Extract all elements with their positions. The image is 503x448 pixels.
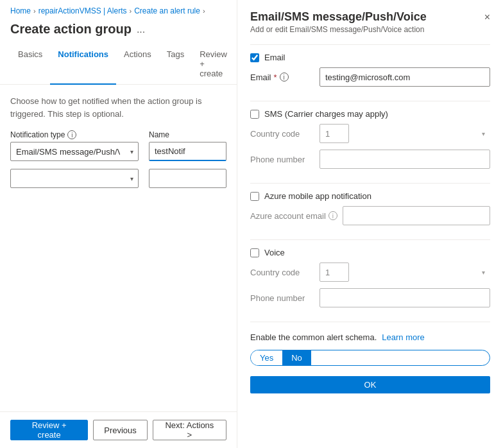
sms-country-code-label: Country code <box>250 129 314 139</box>
sms-country-code-select[interactable]: 1 <box>320 124 349 143</box>
voice-check-row: Voice <box>250 248 490 257</box>
sms-country-code-row: Country code 1 ▾ <box>250 124 490 143</box>
breadcrumb: Home › repairActionVMSS | Alerts › Creat… <box>0 0 237 19</box>
page-title: Create action group <box>10 22 132 37</box>
voice-country-code-select[interactable]: 1 <box>320 263 349 282</box>
panel-divider <box>250 44 490 45</box>
form-row-2: ▾ <box>10 169 226 188</box>
panel-title: Email/SMS message/Push/Voice <box>250 10 490 24</box>
review-create-button[interactable]: Review + create <box>10 420 88 440</box>
notification-type-label: Notification type i <box>10 130 139 139</box>
email-info-icon[interactable]: i <box>280 73 289 82</box>
breadcrumb-create-rule[interactable]: Create an alert rule <box>134 6 200 15</box>
form-row-1: Notification type i Email/SMS message/Pu… <box>10 130 226 161</box>
second-name-input-group <box>149 169 226 188</box>
tab-review-create[interactable]: Review + create <box>192 44 235 85</box>
notification-name-label: Name <box>149 130 226 139</box>
voice-phone-input[interactable] <box>320 288 490 307</box>
voice-phone-row: Phone number <box>250 288 490 307</box>
notification-type-select-wrapper: Email/SMS message/Push/Voice ▾ <box>10 142 139 161</box>
alert-schema-label: Enable the common alert schema. <box>250 332 377 342</box>
close-button[interactable]: × <box>482 9 493 26</box>
voice-phone-label: Phone number <box>250 293 314 303</box>
email-required-marker: * <box>274 73 277 82</box>
tab-description: Choose how to get notified when the acti… <box>10 95 226 120</box>
panel-header: Email/SMS message/Push/Voice Add or edit… <box>250 10 490 34</box>
alert-schema-yes-button[interactable]: Yes <box>251 350 282 365</box>
sms-phone-input[interactable] <box>320 150 490 169</box>
azure-email-row: Azure account email i <box>250 206 490 225</box>
voice-fields: Country code 1 ▾ Phone number <box>250 263 490 314</box>
azure-checkbox-label: Azure mobile app notification <box>264 191 371 201</box>
second-name-input[interactable] <box>149 169 226 188</box>
azure-checkbox[interactable] <box>250 192 259 201</box>
next-actions-button[interactable]: Next: Actions > <box>153 420 226 440</box>
left-panel: Home › repairActionVMSS | Alerts › Creat… <box>0 0 237 448</box>
email-field-row: Email * i <box>250 67 490 87</box>
azure-fields: Azure account email i <box>250 206 490 232</box>
azure-email-input[interactable] <box>343 206 490 225</box>
alert-schema-toggle: Yes No <box>250 350 490 366</box>
tab-actions[interactable]: Actions <box>116 44 159 85</box>
alert-schema-no-button[interactable]: No <box>282 350 311 365</box>
sms-phone-label: Phone number <box>250 155 314 164</box>
sms-checkbox[interactable] <box>250 110 259 119</box>
page-title-row: Create action group ... <box>0 19 237 44</box>
voice-country-code-select-wrap: 1 ▾ <box>320 263 490 282</box>
notification-name-input[interactable] <box>149 142 226 161</box>
notification-name-group: Name <box>149 130 226 161</box>
email-check-row: Email <box>250 53 490 62</box>
right-panel: × Email/SMS message/Push/Voice Add or ed… <box>237 0 503 448</box>
email-checkbox-label: Email <box>264 53 286 62</box>
sms-section-separator <box>250 101 490 101</box>
notification-type-group: Notification type i Email/SMS message/Pu… <box>10 130 139 161</box>
email-checkbox[interactable] <box>250 53 259 62</box>
breadcrumb-home[interactable]: Home <box>10 6 31 15</box>
second-select-wrapper: ▾ <box>10 169 139 188</box>
voice-checkbox[interactable] <box>250 248 259 257</box>
previous-button[interactable]: Previous <box>93 420 148 440</box>
second-notification-type-group: ▾ <box>10 169 139 188</box>
azure-email-label: Azure account email i <box>250 211 337 221</box>
tab-basics[interactable]: Basics <box>10 44 50 85</box>
tab-tags[interactable]: Tags <box>159 44 192 85</box>
notification-type-select[interactable]: Email/SMS message/Push/Voice <box>10 142 139 161</box>
page-title-menu-icon[interactable]: ... <box>137 24 145 35</box>
voice-country-code-row: Country code 1 ▾ <box>250 263 490 282</box>
sms-phone-row: Phone number <box>250 150 490 169</box>
voice-country-code-chevron-icon: ▾ <box>482 269 485 276</box>
voice-checkbox-label: Voice <box>264 248 285 257</box>
azure-email-info-icon[interactable]: i <box>328 211 337 220</box>
second-notification-type-select[interactable] <box>10 169 139 188</box>
panel-subtitle: Add or edit Email/SMS message/Push/Voice… <box>250 25 490 34</box>
sms-check-row: SMS (Carrier charges may apply) <box>250 109 490 119</box>
tab-notifications[interactable]: Notifications <box>50 44 116 85</box>
azure-check-row: Azure mobile app notification <box>250 191 490 201</box>
email-input[interactable] <box>320 67 490 87</box>
voice-section-separator <box>250 239 490 240</box>
azure-section-separator <box>250 183 490 184</box>
sms-fields: Country code 1 ▾ Phone number <box>250 124 490 175</box>
alert-schema-label-row: Enable the common alert schema. Learn mo… <box>250 332 490 342</box>
toggle-row: Yes No <box>250 350 490 366</box>
breadcrumb-alerts[interactable]: repairActionVMSS | Alerts <box>38 6 127 15</box>
ok-button[interactable]: OK <box>250 376 490 393</box>
sms-country-code-select-wrap: 1 ▾ <box>320 124 490 143</box>
sms-country-code-chevron-icon: ▾ <box>482 130 485 137</box>
bottom-bar: Review + create Previous Next: Actions > <box>0 411 237 448</box>
sms-checkbox-label: SMS (Carrier charges may apply) <box>264 109 388 119</box>
email-field-label: Email * i <box>250 73 314 82</box>
learn-more-link[interactable]: Learn more <box>382 332 424 342</box>
tabs-bar: Basics Notifications Actions Tags Review… <box>0 44 237 85</box>
notification-type-info-icon[interactable]: i <box>67 130 76 139</box>
tab-content: Choose how to get notified when the acti… <box>0 85 237 411</box>
voice-country-code-label: Country code <box>250 268 314 277</box>
alert-schema-separator <box>250 322 490 322</box>
